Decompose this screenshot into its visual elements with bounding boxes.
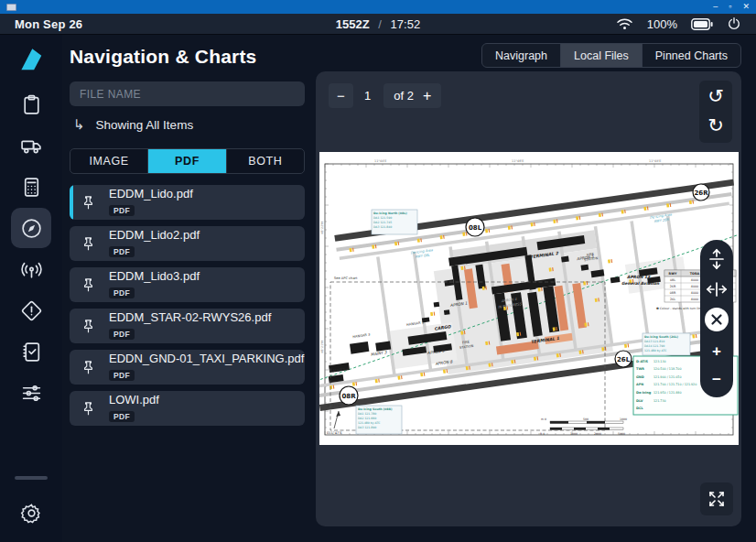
file-item[interactable]: EDDN_GND-01_TAXI_PARKING.pdfPDF xyxy=(70,350,305,385)
svg-text:120.500 / 118.700: 120.500 / 118.700 xyxy=(653,367,681,371)
svg-text:De-Icing: De-Icing xyxy=(636,391,652,395)
chart-canvas[interactable]: 11°44'E11°46'E11°48'E48°22'N48°21'N xyxy=(319,152,739,445)
file-type-badge: PDF xyxy=(109,329,135,340)
svg-text:TWR: TWR xyxy=(636,367,644,371)
pin-icon xyxy=(81,318,95,335)
file-item[interactable]: EDDM_Lido3.pdfPDF xyxy=(70,267,305,302)
svg-text:DA3 121.840: DA3 121.840 xyxy=(373,225,392,229)
sidebar-item-vehicle[interactable] xyxy=(11,125,51,166)
svg-text:DA1 121.590: DA1 121.590 xyxy=(373,216,392,220)
sidebar-item-filters[interactable] xyxy=(11,373,51,413)
svg-text:26R: 26R xyxy=(694,190,708,197)
calculator-icon xyxy=(20,176,43,199)
file-name: LOWI.pdf xyxy=(109,394,159,406)
sliders-icon xyxy=(20,382,43,405)
page-total-box: of 2 + xyxy=(383,83,441,108)
wifi-icon xyxy=(616,17,633,30)
pin-icon xyxy=(81,235,95,253)
file-name: EDDM_Lido3.pdf xyxy=(109,270,200,283)
truck-icon xyxy=(20,135,43,157)
pdf-viewer-panel: − 1 of 2 + ↺ ↻ 11°44'E11°46'E11°48'E48°2… xyxy=(316,71,741,526)
svg-text:5000: 5000 xyxy=(618,432,625,436)
file-name: EDDM_Lido2.pdf xyxy=(109,229,200,242)
file-item[interactable]: EDDM_Lido2.pdfPDF xyxy=(70,226,305,261)
svg-text:m 0: m 0 xyxy=(541,417,546,421)
status-date: Mon Sep 26 xyxy=(15,17,82,31)
svg-text:4000: 4000 xyxy=(691,285,698,288)
chart-source-tabs: NavigraphLocal FilesPinned Charts xyxy=(481,43,741,68)
page-title: Navigation & Charts xyxy=(70,46,305,68)
file-item[interactable]: LOWI.pdfPDF xyxy=(70,391,305,426)
svg-text:121.700 / 121.710 / 121.920: 121.700 / 121.710 / 121.920 xyxy=(653,383,697,386)
file-item[interactable]: EDDM_STAR-02-RWYS26.pdfPDF xyxy=(70,309,305,343)
sidebar-divider xyxy=(15,476,48,480)
close-button[interactable]: ✕ xyxy=(742,3,750,11)
svg-text:26L: 26L xyxy=(670,298,675,301)
svg-text:ft 0: ft 0 xyxy=(540,432,545,436)
sidebar-item-navigation[interactable] xyxy=(11,208,51,248)
svg-text:D-ATIS: D-ATIS xyxy=(636,360,649,363)
svg-text:500: 500 xyxy=(583,417,589,421)
svg-text:DA1 121.780: DA1 121.780 xyxy=(358,412,376,416)
sidebar-item-checklist[interactable] xyxy=(11,331,51,372)
app-root: Navigation & Charts ↳ Showing All Items … xyxy=(0,35,756,542)
file-item[interactable]: EDDM_Lido.pdfPDF xyxy=(70,185,305,220)
fit-height-button[interactable] xyxy=(708,248,725,270)
sidebar-item-alerts[interactable] xyxy=(11,290,51,331)
file-type-badge: PDF xyxy=(109,411,135,422)
branch-arrow-icon: ↳ xyxy=(73,116,85,133)
svg-text:General Aviation: General Aviation xyxy=(621,281,660,286)
close-chart-button[interactable] xyxy=(705,308,729,331)
file-name: EDDM_Lido.pdf xyxy=(109,188,193,201)
source-tab-navigraph[interactable]: Navigraph xyxy=(482,44,560,67)
svg-text:011°47'E: 011°47'E xyxy=(327,431,342,435)
sidebar-item-settings[interactable] xyxy=(11,494,51,531)
type-tab-image[interactable]: IMAGE xyxy=(70,149,147,173)
svg-text:08L: 08L xyxy=(670,278,675,282)
sidebar-item-clipboard[interactable] xyxy=(11,84,51,125)
app-logo-icon xyxy=(17,46,45,73)
zoom-in-button[interactable]: + xyxy=(712,342,721,361)
minimize-button[interactable]: – xyxy=(713,3,718,11)
pin-icon xyxy=(81,194,95,211)
page-controls: − 1 of 2 + xyxy=(329,83,441,108)
svg-text:De-Icing South (08R): De-Icing South (08R) xyxy=(358,407,393,411)
checklist-icon xyxy=(20,341,43,363)
current-page-number: 1 xyxy=(364,89,371,103)
rotate-ccw-button[interactable]: ↺ xyxy=(707,82,724,112)
alert-diamond-icon xyxy=(20,299,43,322)
maximize-button[interactable]: ▫ xyxy=(729,3,731,11)
page-increment-button[interactable]: + xyxy=(423,88,431,104)
rotate-cw-button[interactable]: ↻ xyxy=(707,112,724,141)
svg-text:DA14 121.790: DA14 121.790 xyxy=(644,344,664,348)
page-decrement-button[interactable]: − xyxy=(329,83,353,108)
source-tab-pinned-charts[interactable]: Pinned Charts xyxy=(642,44,740,67)
svg-text:123.130: 123.130 xyxy=(653,360,666,363)
source-tab-local-files[interactable]: Local Files xyxy=(560,44,642,67)
local-time: 17:52 xyxy=(391,17,421,31)
page-total-label: of 2 xyxy=(394,89,414,103)
svg-text:APN: APN xyxy=(636,383,643,386)
app-window-icon xyxy=(6,4,16,11)
sidebar-item-calculator[interactable] xyxy=(11,167,51,207)
type-tab-pdf[interactable]: PDF xyxy=(147,149,225,173)
time-separator: / xyxy=(373,17,387,31)
file-type-badge: PDF xyxy=(109,287,135,298)
zoom-out-button[interactable]: − xyxy=(712,371,721,389)
type-tab-both[interactable]: BOTH xyxy=(226,149,304,173)
nav-charts-panel: Navigation & Charts ↳ Showing All Items … xyxy=(62,35,316,542)
antenna-icon xyxy=(20,258,43,281)
file-name-search-input[interactable] xyxy=(70,81,305,106)
svg-text:08R: 08R xyxy=(670,291,676,295)
pin-icon xyxy=(81,400,95,417)
fullscreen-button[interactable] xyxy=(700,482,733,515)
svg-text:48°22'N: 48°22'N xyxy=(320,222,324,234)
power-icon[interactable] xyxy=(727,16,741,31)
svg-text:4000: 4000 xyxy=(691,291,698,295)
file-type-badge: PDF xyxy=(109,246,135,257)
pin-icon xyxy=(81,276,95,294)
fit-width-button[interactable] xyxy=(706,281,728,298)
gear-icon xyxy=(20,502,43,525)
chart-zoom-controls: + − xyxy=(700,240,733,397)
sidebar-item-radio[interactable] xyxy=(11,249,51,289)
